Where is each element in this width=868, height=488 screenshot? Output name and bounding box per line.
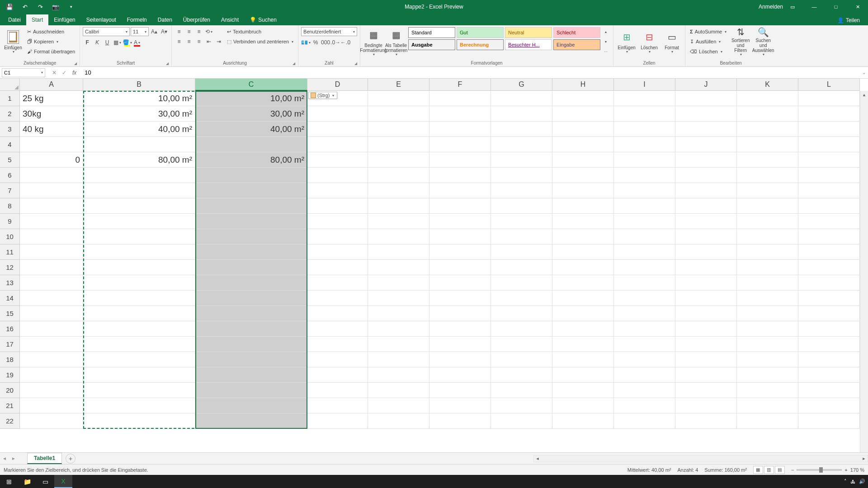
cell-F10[interactable]	[429, 229, 491, 244]
cell-L15[interactable]	[798, 306, 860, 321]
cell-K5[interactable]	[737, 152, 798, 168]
row-header-20[interactable]: 20	[0, 383, 20, 398]
cell-C20[interactable]	[195, 383, 307, 398]
cell-L19[interactable]	[798, 367, 860, 383]
cell-J8[interactable]	[675, 198, 737, 214]
cell-L9[interactable]	[798, 214, 860, 229]
cell-H16[interactable]	[552, 321, 614, 337]
cell-F17[interactable]	[429, 337, 491, 352]
cell-L8[interactable]	[798, 198, 860, 214]
cell-G9[interactable]	[491, 214, 552, 229]
cell-I15[interactable]	[614, 306, 675, 321]
cell-B11[interactable]	[83, 244, 195, 260]
row-header-8[interactable]: 8	[0, 198, 20, 214]
cell-I20[interactable]	[614, 383, 675, 398]
align-left-icon[interactable]: ≡	[175, 37, 184, 46]
row-header-21[interactable]: 21	[0, 398, 20, 413]
cell-I18[interactable]	[614, 352, 675, 367]
paste-button[interactable]: Einfügen ▾	[3, 27, 24, 57]
ribbon-tab-ansicht[interactable]: Ansicht	[216, 14, 244, 25]
cell-style-berechnung[interactable]: Berechnung	[457, 39, 504, 50]
enter-icon[interactable]: ✓	[60, 68, 69, 77]
wrap-text-button[interactable]: ↩Textumbruch	[225, 27, 295, 36]
cell-F7[interactable]	[429, 183, 491, 198]
fx-icon[interactable]: fx	[70, 70, 79, 76]
cell-L3[interactable]	[798, 122, 860, 137]
bold-button[interactable]: F	[83, 38, 92, 47]
row-header-18[interactable]: 18	[0, 352, 20, 367]
expand-formula-icon[interactable]: ⌄	[860, 70, 868, 75]
cell-style-neutral[interactable]: Neutral	[505, 27, 552, 38]
tray-network-icon[interactable]: 🖧	[850, 479, 855, 484]
cell-styles-gallery[interactable]: StandardGutNeutralSchlechtAusgabeBerechn…	[408, 27, 600, 56]
undo-icon[interactable]: ↶	[20, 2, 30, 12]
cell-F11[interactable]	[429, 244, 491, 260]
cell-J20[interactable]	[675, 383, 737, 398]
cell-J15[interactable]	[675, 306, 737, 321]
cell-K14[interactable]	[737, 291, 798, 306]
cell-I13[interactable]	[614, 275, 675, 291]
cell-B4[interactable]	[83, 137, 195, 152]
cell-H5[interactable]	[552, 152, 614, 168]
cell-H14[interactable]	[552, 291, 614, 306]
copy-button[interactable]: Kopieren▾	[25, 37, 77, 46]
cell-K1[interactable]	[737, 91, 798, 106]
cell-I7[interactable]	[614, 183, 675, 198]
cell-I22[interactable]	[614, 413, 675, 429]
cell-J5[interactable]	[675, 152, 737, 168]
cell-L12[interactable]	[798, 260, 860, 275]
launcher-icon[interactable]: ◢	[292, 61, 295, 66]
maximize-icon[interactable]: □	[826, 0, 846, 14]
row-header-15[interactable]: 15	[0, 306, 20, 321]
cell-D18[interactable]	[307, 352, 368, 367]
cell-J16[interactable]	[675, 321, 737, 337]
cell-C22[interactable]	[195, 413, 307, 429]
cell-K8[interactable]	[737, 198, 798, 214]
cell-G4[interactable]	[491, 137, 552, 152]
sheet-tab-active[interactable]: Tabelle1	[27, 453, 62, 464]
cell-H18[interactable]	[552, 352, 614, 367]
ribbon-tab-formeln[interactable]: Formeln	[122, 14, 152, 25]
cell-I14[interactable]	[614, 291, 675, 306]
fill-button[interactable]: ↧Ausfüllen▾	[688, 37, 728, 46]
redo-icon[interactable]: ↷	[35, 2, 45, 12]
view-page-layout-icon[interactable]: ▥	[764, 466, 774, 474]
cell-G14[interactable]	[491, 291, 552, 306]
cell-J12[interactable]	[675, 260, 737, 275]
cell-F9[interactable]	[429, 214, 491, 229]
cell-C1[interactable]: 10,00 m²	[195, 91, 307, 106]
paste-options-tag[interactable]: (Strg)▾	[308, 92, 337, 99]
cell-B1[interactable]: 10,00 m²	[83, 91, 195, 106]
insert-cells-button[interactable]: ⊞Einfügen▾	[616, 27, 637, 57]
cell-D8[interactable]	[307, 198, 368, 214]
cell-F13[interactable]	[429, 275, 491, 291]
indent-icon[interactable]: ⇥	[214, 37, 223, 46]
zoom-in-icon[interactable]: +	[844, 467, 847, 473]
cell-G8[interactable]	[491, 198, 552, 214]
zoom-out-icon[interactable]: −	[791, 467, 794, 473]
autosum-button[interactable]: AutoSumme▾	[688, 27, 728, 36]
cell-G6[interactable]	[491, 168, 552, 183]
cell-E12[interactable]	[368, 260, 429, 275]
cell-L21[interactable]	[798, 398, 860, 413]
cell-I12[interactable]	[614, 260, 675, 275]
col-header-L[interactable]: L	[798, 79, 860, 91]
col-header-H[interactable]: H	[552, 79, 614, 91]
cell-B5[interactable]: 80,00 m²	[83, 152, 195, 168]
col-header-E[interactable]: E	[368, 79, 429, 91]
row-header-6[interactable]: 6	[0, 168, 20, 183]
cell-K20[interactable]	[737, 383, 798, 398]
cell-C15[interactable]	[195, 306, 307, 321]
cell-C21[interactable]	[195, 398, 307, 413]
cell-L5[interactable]	[798, 152, 860, 168]
increase-decimal-icon[interactable]: .0→	[331, 38, 340, 47]
col-header-I[interactable]: I	[614, 79, 675, 91]
cell-J2[interactable]	[675, 106, 737, 122]
select-all-button[interactable]	[0, 79, 20, 91]
font-size-combo[interactable]: 11▾	[131, 27, 149, 36]
cell-E6[interactable]	[368, 168, 429, 183]
cell-K22[interactable]	[737, 413, 798, 429]
row-header-3[interactable]: 3	[0, 122, 20, 137]
cell-F19[interactable]	[429, 367, 491, 383]
cell-G22[interactable]	[491, 413, 552, 429]
